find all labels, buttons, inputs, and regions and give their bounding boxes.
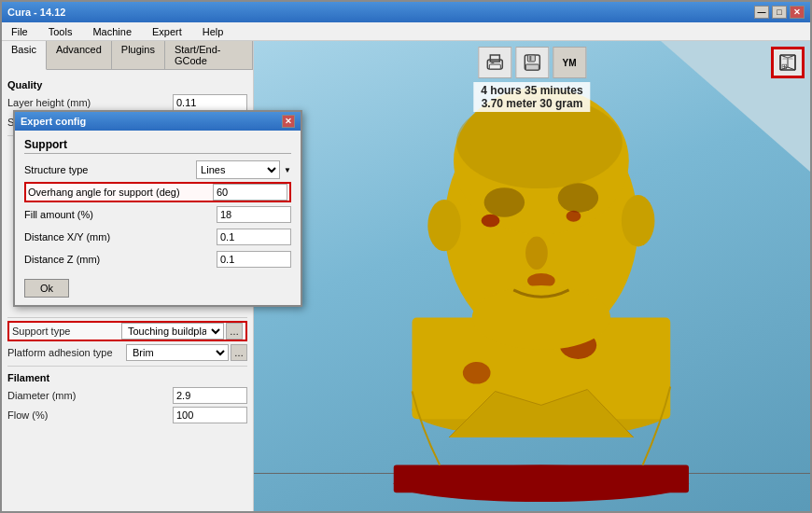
print-icon [484, 52, 505, 73]
print-material: 3.70 meter 30 gram [481, 97, 582, 110]
toolbar-icons-row: YM [478, 47, 586, 78]
layer-height-label: Layer height (mm) [7, 97, 173, 108]
support-config-button[interactable]: … [226, 323, 243, 340]
dropdown-arrow-icon: ▼ [284, 166, 291, 174]
diameter-row: Diameter (mm) [7, 386, 247, 405]
svg-rect-26 [529, 56, 531, 61]
dist-xy-label: Distance X/Y (mm) [24, 231, 217, 243]
dialog-title-bar: Expert config ✕ [15, 112, 301, 131]
structure-type-wrapper: Lines Grid ▼ [196, 160, 291, 179]
overhang-angle-label: Overhang angle for support (deg) [28, 187, 213, 198]
viewport-toolbar: YM 4 hours 35 minutes 3.70 meter 30 gram [473, 47, 590, 112]
menu-machine[interactable]: Machine [87, 24, 137, 39]
platform-adhesion-row: Platform adhesion type Brim Raft None … [7, 343, 247, 362]
flow-input[interactable] [173, 407, 247, 423]
print-info-box: 4 hours 35 minutes 3.70 meter 30 gram [473, 82, 590, 112]
overhang-angle-input[interactable] [213, 184, 287, 201]
window-title: Cura - 14.12 [7, 7, 65, 18]
main-area: Basic Advanced Plugins Start/End-GCode Q… [2, 41, 810, 511]
support-type-label: Support type [12, 326, 121, 337]
fill-amount-input[interactable] [217, 206, 291, 223]
save-icon [522, 52, 542, 73]
corner-view-button[interactable]: ⊞ [771, 47, 805, 78]
dialog-support-header: Support [24, 138, 291, 154]
quality-section-header: Quality [7, 79, 247, 90]
structure-type-row: Structure type Lines Grid ▼ [24, 159, 291, 180]
minimize-button[interactable]: — [754, 6, 769, 19]
dist-xy-input[interactable] [217, 229, 291, 245]
fill-amount-row: Fill amount (%) [24, 204, 291, 225]
platform-adhesion-select[interactable]: Brim Raft None [126, 344, 229, 361]
dist-z-label: Distance Z (mm) [24, 254, 217, 265]
tab-start-end-gcode[interactable]: Start/End-GCode [165, 41, 253, 69]
maximize-button[interactable]: □ [772, 6, 787, 19]
dialog-title: Expert config [21, 116, 86, 127]
diameter-label: Diameter (mm) [7, 390, 173, 401]
structure-type-label: Structure type [24, 164, 196, 175]
svg-marker-30 [782, 57, 793, 60]
menu-file[interactable]: File [6, 24, 34, 39]
print-icon-button[interactable] [478, 47, 511, 78]
tab-plugins[interactable]: Plugins [112, 41, 165, 69]
fill-amount-label: Fill amount (%) [24, 209, 217, 220]
ym-icon-button[interactable]: YM [553, 47, 586, 78]
adhesion-config-button[interactable]: … [231, 344, 247, 361]
layer-height-row: Layer height (mm) [7, 93, 247, 112]
support-type-row: Support type Touching buildplate Everywh… [7, 321, 247, 341]
title-bar: Cura - 14.12 — □ ✕ [2, 2, 810, 22]
layer-height-input[interactable] [173, 94, 247, 111]
menu-expert[interactable]: Expert [147, 24, 188, 39]
svg-point-14 [472, 285, 610, 350]
support-type-wrapper: Touching buildplate Everywhere None … [121, 323, 243, 340]
dist-xy-row: Distance X/Y (mm) [24, 227, 291, 247]
flow-row: Flow (%) [7, 406, 247, 424]
dialog-close-button[interactable]: ✕ [282, 115, 295, 128]
svg-point-8 [558, 183, 598, 213]
tab-basic[interactable]: Basic [2, 41, 47, 70]
menu-help[interactable]: Help [197, 24, 230, 39]
support-type-select[interactable]: Touching buildplate Everywhere None [121, 323, 224, 340]
dialog-content: Support Structure type Lines Grid ▼ Over… [15, 131, 301, 305]
divider-2 [7, 366, 247, 367]
dist-z-input[interactable] [217, 251, 291, 268]
dist-z-row: Distance Z (mm) [24, 249, 291, 270]
overhang-angle-row: Overhang angle for support (deg) [24, 182, 291, 202]
title-buttons: — □ ✕ [754, 6, 805, 19]
svg-rect-22 [491, 62, 494, 63]
print-time: 4 hours 35 minutes [481, 84, 582, 97]
close-button[interactable]: ✕ [790, 6, 805, 19]
menu-bar: File Tools Machine Expert Help [2, 22, 810, 41]
svg-rect-25 [525, 64, 539, 70]
platform-adhesion-wrapper: Brim Raft None … [126, 344, 247, 361]
ym-label: YM [563, 58, 577, 68]
support-section: Support type Touching buildplate Everywh… [7, 317, 247, 424]
tab-advanced[interactable]: Advanced [47, 41, 112, 69]
svg-rect-20 [490, 55, 499, 62]
platform-adhesion-label: Platform adhesion type [7, 347, 126, 358]
main-window: Cura - 14.12 — □ ✕ File Tools Machine Ex… [0, 0, 812, 513]
tab-bar: Basic Advanced Plugins Start/End-GCode [2, 41, 253, 70]
diameter-input[interactable] [173, 387, 247, 404]
svg-point-10 [567, 211, 581, 222]
save-icon-button[interactable] [515, 47, 549, 78]
svg-rect-21 [489, 64, 500, 69]
svg-point-7 [484, 187, 525, 217]
menu-tools[interactable]: Tools [43, 24, 78, 39]
svg-point-17 [525, 237, 548, 270]
flow-label: Flow (%) [7, 409, 173, 421]
svg-point-13 [463, 362, 491, 384]
svg-point-15 [427, 200, 461, 251]
structure-type-select[interactable]: Lines Grid [196, 160, 280, 179]
svg-point-16 [622, 195, 655, 246]
filament-section-header: Filament [7, 372, 247, 383]
3d-viewport: YM 4 hours 35 minutes 3.70 meter 30 gram… [254, 41, 810, 511]
svg-rect-1 [394, 465, 689, 493]
perspective-icon: ⊞ [777, 52, 798, 73]
svg-text:⊞: ⊞ [781, 62, 788, 71]
ok-button[interactable]: Ok [24, 279, 69, 298]
svg-point-9 [482, 215, 500, 228]
expert-config-dialog: Expert config ✕ Support Structure type L… [13, 110, 302, 307]
